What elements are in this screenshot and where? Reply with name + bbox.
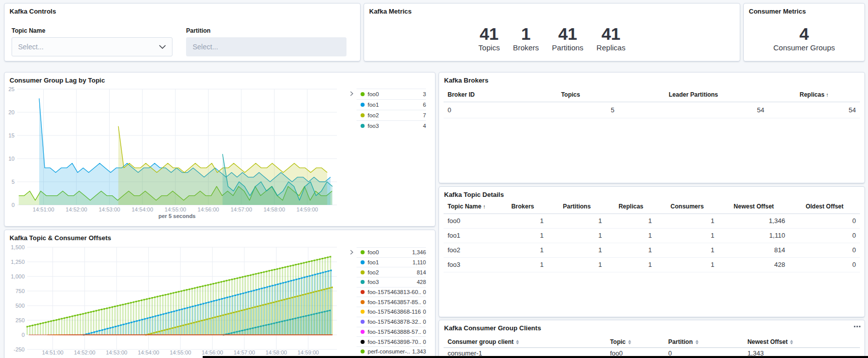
sort-asc-icon: ↑	[826, 92, 829, 98]
legend-item[interactable]: perf-consumer-...1,343	[357, 346, 426, 356]
column-header[interactable]: Replicas↑	[768, 88, 860, 102]
metric-item: 41Replicas	[596, 25, 626, 52]
svg-text:14:53:00: 14:53:00	[99, 206, 120, 212]
legend-item[interactable]: foo11,110	[357, 257, 426, 267]
legend-series-name: foo3	[368, 123, 421, 129]
column-header[interactable]: Consumer group client	[444, 336, 606, 347]
table-cell: 0	[789, 243, 860, 257]
svg-text:14:52:00: 14:52:00	[74, 349, 96, 355]
column-header[interactable]: Partition	[664, 336, 743, 347]
legend-item[interactable]: foo-1575463898-70...0	[357, 336, 426, 346]
sort-asc-icon: ↑	[483, 203, 486, 209]
svg-text:14:58:00: 14:58:00	[266, 349, 287, 355]
legend-item[interactable]: foo16	[357, 99, 426, 110]
legend-series-value: 0	[423, 339, 426, 345]
legend-item[interactable]: foo2814	[357, 267, 426, 277]
svg-text:14:56:00: 14:56:00	[202, 349, 223, 355]
table-cell: 0	[789, 213, 860, 228]
legend-collapse-icon[interactable]	[349, 250, 354, 255]
legend-item[interactable]: foo03	[357, 89, 426, 99]
legend-series-name: foo-1575463868-116...	[368, 309, 421, 315]
svg-text:15: 15	[9, 132, 15, 138]
table-cell: 1	[656, 213, 718, 228]
svg-text:14:57:00: 14:57:00	[230, 206, 252, 212]
table-cell: 54	[619, 102, 768, 118]
metric-value: 41	[596, 25, 626, 43]
svg-text:14:56:00: 14:56:00	[198, 206, 219, 212]
series-color-dot	[361, 270, 365, 274]
legend-item[interactable]: foo-1575463857-85...0	[357, 297, 426, 307]
table-cell: 1	[548, 228, 606, 243]
table-cell: 1	[498, 257, 548, 272]
series-color-dot	[361, 250, 365, 254]
series-color-dot	[361, 103, 365, 107]
series-color-dot	[361, 300, 365, 304]
table-cell: 1	[548, 257, 606, 272]
table-cell: 428	[718, 257, 789, 272]
legend-series-value: 0	[423, 329, 426, 335]
column-header[interactable]: Newest Offset	[743, 336, 860, 347]
legend-series-value: 1,343	[412, 348, 426, 354]
panel-title: Kafka Brokers	[444, 77, 488, 84]
column-header[interactable]: Newest Offset	[718, 200, 789, 213]
legend-item[interactable]: foo-1575463888-57...0	[357, 327, 426, 337]
legend-item[interactable]: foo-1575463868-116...0	[357, 307, 426, 317]
legend-series-value: 3	[423, 91, 426, 97]
column-header[interactable]: Leader Partitions	[619, 88, 768, 102]
legend-series-name: foo1	[368, 102, 421, 108]
legend-item[interactable]: foo27	[357, 110, 426, 120]
svg-text:10: 10	[9, 156, 15, 162]
table-row: foo111111,1100	[444, 228, 860, 243]
column-header[interactable]: Brokers	[498, 200, 548, 213]
series-color-dot	[361, 320, 365, 324]
svg-text:14:54:00: 14:54:00	[132, 206, 153, 212]
series-color-dot	[361, 124, 365, 128]
table-cell: 1	[606, 228, 656, 243]
column-header[interactable]: Topic	[606, 336, 664, 347]
metric-item: 4Consumer Groups	[773, 25, 835, 52]
metric-value: 41	[552, 25, 584, 43]
kafka-metrics-row: 41Topics1Brokers41Partitions41Replicas	[364, 25, 740, 52]
column-header[interactable]: Topic Name↑	[444, 200, 498, 213]
table-row: foo311114280	[444, 257, 860, 272]
panel-consumer-metrics: Consumer Metrics 4Consumer Groups	[743, 3, 865, 61]
column-header[interactable]: Consumers	[656, 200, 718, 213]
svg-text:5: 5	[12, 179, 15, 185]
topic-name-select[interactable]: Select...	[12, 37, 172, 56]
sort-icon	[628, 340, 631, 345]
table-cell: 814	[718, 243, 789, 257]
column-header[interactable]: Replicas	[606, 200, 656, 213]
metric-label: Brokers	[513, 43, 539, 52]
column-header[interactable]: Partitions	[548, 200, 606, 213]
legend-series-name: foo2	[368, 269, 415, 275]
partition-select[interactable]: Select...	[186, 37, 346, 56]
panel-consumer-group-clients: Kafka Consumer Group Clients Consumer gr…	[439, 320, 865, 358]
series-color-dot	[361, 310, 365, 314]
legend-item[interactable]: foo3428	[357, 277, 426, 287]
table-cell: 1	[656, 257, 718, 272]
legend-item[interactable]: foo34	[357, 120, 426, 131]
table-cell: 1	[656, 243, 718, 257]
data-table: Consumer group clientTopicPartitionNewes…	[444, 336, 860, 358]
column-header[interactable]: Broker ID	[444, 88, 523, 102]
legend-item[interactable]: foo-1575463878-32...0	[357, 317, 426, 327]
series-color-dot	[361, 330, 365, 334]
legend-item[interactable]: foo-1575463813-60...0	[357, 287, 426, 297]
svg-text:-250: -250	[14, 346, 25, 352]
kafka-dashboard: Kafka Controls Topic Name Select... Part…	[0, 0, 868, 358]
table-cell: 1	[498, 243, 548, 257]
legend-collapse-icon[interactable]	[349, 91, 354, 96]
legend-item[interactable]: foo01,346	[357, 247, 426, 257]
metric-item: 41Topics	[478, 25, 500, 52]
column-header[interactable]: Topics	[523, 88, 618, 102]
column-header[interactable]: Oldest Offset	[789, 200, 860, 213]
metric-value: 41	[478, 25, 500, 43]
panel-options-button[interactable]	[852, 323, 861, 330]
svg-text:per 5 seconds: per 5 seconds	[158, 213, 196, 219]
svg-text:14:51:00: 14:51:00	[42, 349, 63, 355]
svg-text:0: 0	[22, 332, 25, 338]
table-cell: 1,110	[718, 228, 789, 243]
svg-text:1,000: 1,000	[11, 273, 25, 279]
metric-label: Replicas	[596, 43, 626, 52]
panel-kafka-metrics: Kafka Metrics 41Topics1Brokers41Partitio…	[364, 3, 740, 61]
